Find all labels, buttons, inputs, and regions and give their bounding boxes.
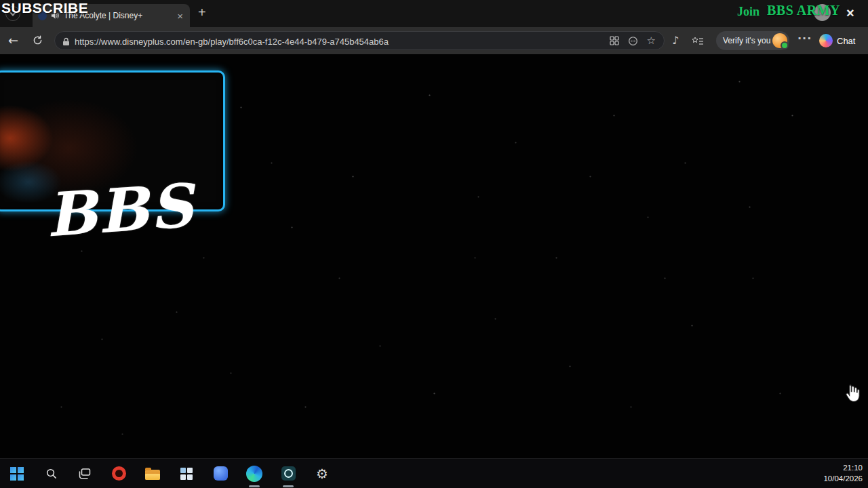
refresh-icon [33,35,43,45]
back-button[interactable]: ← [8,33,18,47]
refresh-button[interactable] [33,35,43,48]
verify-profile-button[interactable]: Verify it's you [716,31,789,50]
copilot-chat-button[interactable]: Chat [819,31,855,50]
chat-label: Chat [837,36,855,46]
browser-menu-button[interactable]: ··· [797,32,812,45]
lock-icon[interactable] [62,37,70,49]
address-bar[interactable]: https://www.disneyplus.com/en-gb/play/bf… [54,31,665,50]
army-overlay: BBS ARMY [767,3,840,18]
blue-app-icon [214,466,228,481]
profile-avatar [772,33,787,48]
app-window-icon [180,468,193,480]
verify-label: Verify it's you [723,36,770,45]
favorites-bar-button[interactable] [692,36,704,49]
tab-close-button[interactable]: × [176,11,184,21]
mouse-cursor-hand [842,384,861,403]
subscribe-overlay: SUBSCRIBE [1,0,88,16]
page-actions-icon[interactable] [628,36,638,49]
media-controls-button[interactable]: ♪ [672,34,679,47]
folder-icon [145,470,160,480]
capture-app-icon [281,466,296,481]
favorites-star-icon [692,37,704,46]
taskbar-icons: ⚙ [0,459,339,488]
settings-button[interactable]: ⚙ [305,459,339,488]
edge-browser-button[interactable] [237,459,271,488]
running-indicator [249,485,260,487]
search-icon [45,468,57,479]
url-text: https://www.disneyplus.com/en-gb/play/bf… [75,37,389,47]
window-app-button[interactable] [170,459,203,488]
clock-date: 10/04/2026 [823,473,863,484]
copilot-icon [819,34,833,47]
stream-watermark: BBS [44,175,196,245]
apps-grid-icon[interactable] [610,36,619,48]
task-view-icon [79,468,91,479]
blue-app-button[interactable] [203,459,237,488]
taskbar-search-button[interactable] [34,459,68,488]
add-favorite-button[interactable]: ☆ [647,35,656,47]
window-close-button[interactable]: × [846,3,854,22]
screen: The Acolyte | Disney+ × + ← https://www.… [0,0,868,488]
starfield [0,54,1,55]
task-view-button[interactable] [68,459,102,488]
edge-icon [246,466,262,482]
start-button[interactable] [0,459,34,488]
join-overlay: Join [737,5,760,19]
clock-time: 21:10 [843,462,863,473]
taskbar-clock[interactable]: 21:10 10/04/2026 [823,462,863,484]
running-indicator [283,485,294,487]
gear-icon: ⚙ [316,466,328,482]
taskbar: ⚙ 21:10 10/04/2026 [0,458,868,488]
status-dot [781,41,789,49]
red-app-button[interactable] [102,459,136,488]
file-explorer-button[interactable] [136,459,170,488]
red-ring-icon [112,466,126,481]
new-tab-button[interactable]: + [198,5,206,20]
browser-toolbar: ← https://www.disneyplus.com/en-gb/play/… [0,27,868,54]
windows-logo-icon [10,467,24,481]
capture-app-button[interactable] [271,459,305,488]
